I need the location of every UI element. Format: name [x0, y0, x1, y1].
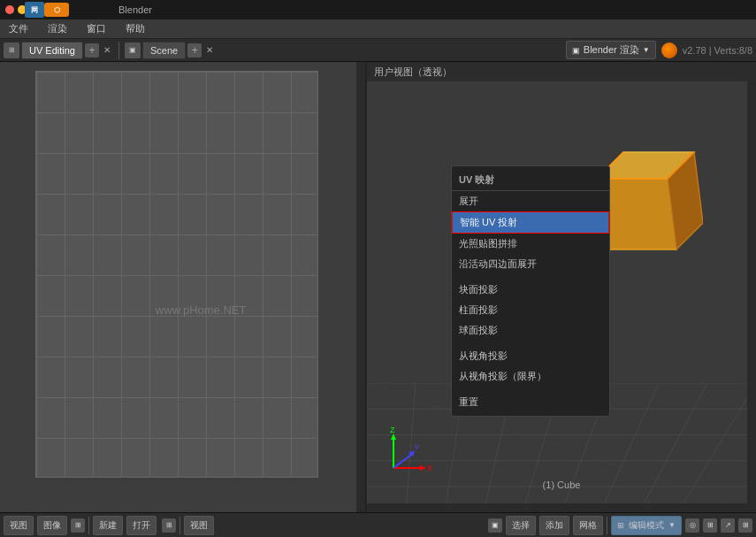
uv-editor-icon: ⊞ — [4, 42, 19, 58]
status-mesh-label: 网格 — [579, 519, 597, 532]
status-view2-label: 视图 — [190, 519, 208, 532]
cm-item-sphere[interactable]: 球面投影 — [452, 320, 609, 341]
cm-item-from-view[interactable]: 从视角投影 — [452, 346, 609, 366]
scene-tab-close[interactable]: ✕ — [203, 44, 216, 57]
title-bar: ⬡ 网 Blender — [0, 0, 756, 19]
uv-editing-tab[interactable]: UV Editing — [21, 42, 83, 59]
status-mode-label: 编辑模式 — [629, 519, 664, 532]
menu-bar: 文件 渲染 窗口 帮助 — [0, 19, 756, 39]
status-icon-right-2[interactable]: ⊞ — [703, 518, 717, 533]
menu-file[interactable]: 文件 — [4, 20, 34, 37]
svg-text:X: X — [427, 464, 432, 472]
menu-render[interactable]: 渲染 — [42, 20, 73, 37]
svg-text:Y: Y — [414, 443, 419, 452]
status-icon-right-1[interactable]: ◎ — [685, 518, 699, 533]
cm-item-block[interactable]: 块面投影 — [452, 280, 609, 300]
uv-tab-add[interactable]: + — [85, 43, 99, 58]
status-bar: 视图 图像 ⊞ 新建 打开 ⊞ 视图 ▣ 选择 添加 网格 ⊞ 编辑模式 ▼ ◎… — [0, 512, 756, 537]
scene-icon: ▣ — [125, 42, 141, 58]
uv-grid — [35, 71, 318, 478]
blender-logo: ⬡ — [44, 3, 69, 17]
viewport-panel: 用户视图（透视） — [367, 62, 756, 512]
status-icon-1[interactable]: ⊞ — [71, 518, 85, 533]
context-menu-title: UV 映射 — [452, 170, 609, 191]
viewport-scrollbar-bottom[interactable] — [367, 503, 756, 512]
scene-tab-add[interactable]: + — [187, 43, 202, 58]
version-info: v2.78 | Verts:8/8 — [683, 45, 752, 56]
blender-sphere-icon — [661, 42, 677, 58]
viewport-scrollbar-right[interactable] — [747, 81, 756, 512]
status-sep-view — [179, 517, 180, 534]
viewport-header: 用户视图（透视） — [367, 62, 756, 81]
uv-tab-close[interactable]: ✕ — [101, 44, 113, 57]
scene-tab[interactable]: Scene — [142, 42, 186, 59]
viewport-3d[interactable]: X Z Y (1) Cube UV 映射 展开 智能 UV 投射 光照贴图拼排 … — [367, 81, 756, 512]
uv-grid-inner — [36, 72, 317, 477]
uv-context-menu[interactable]: UV 映射 展开 智能 UV 投射 光照贴图拼排 沿活动四边面展开 块面投影 柱… — [451, 165, 610, 417]
uv-panel-watermark: www.pHome.NET — [156, 303, 247, 316]
status-open-btn[interactable]: 打开 — [126, 516, 157, 535]
status-add-btn[interactable]: 添加 — [539, 516, 569, 535]
menu-window[interactable]: 窗口 — [81, 20, 111, 37]
tab-sep-1 — [118, 42, 119, 59]
close-button[interactable] — [5, 5, 14, 14]
svg-line-14 — [678, 383, 756, 512]
cm-item-lightmap[interactable]: 光照贴图拼排 — [452, 234, 609, 254]
menu-help[interactable]: 帮助 — [120, 20, 150, 37]
svg-marker-24 — [420, 465, 426, 471]
status-new-btn[interactable]: 新建 — [93, 516, 123, 535]
svg-text:Z: Z — [390, 426, 395, 434]
uv-panel: www.pHome.NET — [0, 62, 367, 512]
status-view-label: 视图 — [10, 519, 27, 532]
cm-item-smart-uv[interactable]: 智能 UV 投射 — [452, 211, 609, 234]
object-label: (1) Cube — [543, 479, 581, 490]
status-select-label: 选择 — [512, 519, 530, 532]
status-sep-mode — [607, 517, 607, 534]
scene-selector[interactable]: ▣ Blender 渲染 ▼ — [566, 41, 656, 59]
status-right: ▣ 选择 添加 网格 ⊞ 编辑模式 ▼ ◎ ⊞ ↗ ⊞ — [488, 516, 752, 535]
cm-item-from-view-bounds[interactable]: 从视角投影（限界） — [452, 366, 609, 387]
status-open-label: 打开 — [133, 519, 150, 532]
status-new-label: 新建 — [99, 519, 117, 532]
status-view-btn[interactable]: 视图 — [4, 516, 34, 535]
status-icon-3d[interactable]: ▣ — [488, 518, 502, 533]
workspace: www.pHome.NET 用户视图（透视） — [0, 62, 756, 512]
render-engine-label: Blender 渲染 — [584, 43, 639, 57]
axes-widget: X Z Y — [385, 424, 438, 477]
cm-item-follow-active[interactable]: 沿活动四边面展开 — [452, 254, 609, 274]
cm-item-cylinder[interactable]: 柱面投影 — [452, 300, 609, 320]
status-icon-2[interactable]: ⊞ — [162, 518, 176, 533]
status-image-label: 图像 — [43, 519, 61, 532]
app-title: Blender — [118, 4, 152, 15]
status-mesh-btn[interactable]: 网格 — [573, 516, 603, 535]
status-mode-btn[interactable]: ⊞ 编辑模式 ▼ — [611, 516, 682, 535]
status-icon-right-3[interactable]: ↗ — [721, 518, 735, 533]
tabs-right-section: ▣ Blender 渲染 ▼ v2.78 | Verts:8/8 — [566, 41, 752, 59]
tabs-bar: ⊞ UV Editing + ✕ ▣ Scene + ✕ ▣ Blender 渲… — [0, 39, 756, 62]
site-watermark-logo: 网 — [25, 2, 44, 18]
scene-tab-group: ▣ Scene + ✕ — [125, 42, 216, 59]
status-add-label: 添加 — [546, 519, 563, 532]
svg-line-29 — [393, 455, 411, 468]
cm-item-reset[interactable]: 重置 — [452, 392, 609, 412]
uv-panel-scrollbar[interactable] — [356, 62, 365, 512]
cm-item-unfold[interactable]: 展开 — [452, 191, 609, 211]
status-sep-new — [88, 517, 89, 534]
status-icon-right-4[interactable]: ⊞ — [738, 518, 752, 533]
status-view2-btn[interactable]: 视图 — [184, 516, 214, 535]
status-image-btn[interactable]: 图像 — [37, 516, 67, 535]
status-select-btn[interactable]: 选择 — [506, 516, 536, 535]
viewport-header-label: 用户视图（透视） — [374, 65, 452, 79]
uv-editing-tab-group: ⊞ UV Editing + ✕ — [4, 42, 113, 59]
svg-marker-27 — [391, 433, 396, 440]
